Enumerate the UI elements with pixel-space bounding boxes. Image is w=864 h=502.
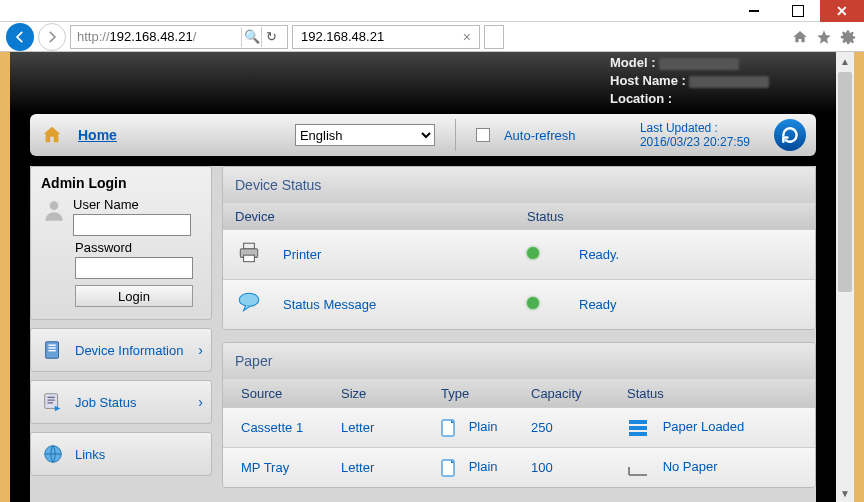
browser-toolbar: http://192.168.48.21/ 🔍 ↻ 192.168.48.21 … — [0, 22, 864, 52]
paper-row: Cassette 1 Letter Plain 250 Paper Loaded — [223, 407, 815, 447]
settings-gear-icon[interactable] — [838, 27, 858, 47]
new-tab-button[interactable] — [484, 25, 504, 49]
url-suffix: / — [193, 29, 197, 44]
device-status-title: Device Status — [223, 167, 815, 203]
password-label: Password — [75, 240, 201, 255]
window-close-button[interactable] — [820, 0, 864, 22]
browser-forward-button[interactable] — [38, 23, 66, 51]
paper-type-icon — [441, 419, 457, 437]
admin-login-panel: Admin Login User Name Password — [30, 166, 212, 320]
autorefresh-checkbox[interactable] — [476, 128, 490, 142]
window-minimize-button[interactable] — [732, 0, 776, 22]
printer-icon — [235, 240, 283, 269]
left-gutter — [0, 52, 10, 502]
home-icon — [40, 123, 64, 147]
paper-source: Cassette 1 — [241, 420, 341, 435]
url-prefix: http:// — [77, 29, 110, 44]
svg-rect-14 — [629, 426, 647, 430]
svg-rect-13 — [629, 420, 647, 424]
device-name-link[interactable]: Status Message — [283, 297, 527, 312]
last-updated-value: 2016/03/23 20:27:59 — [640, 135, 750, 149]
message-icon — [235, 290, 283, 319]
sidebar-item-job-status[interactable]: Job Status › — [30, 380, 212, 424]
col-size: Size — [341, 386, 441, 401]
paper-status: No Paper — [663, 459, 718, 474]
sidebar-item-label: Device Information — [75, 343, 183, 358]
hostname-value-blurred — [689, 76, 769, 88]
password-input[interactable] — [75, 257, 193, 279]
scroll-thumb[interactable] — [838, 72, 852, 292]
login-button[interactable]: Login — [75, 285, 193, 307]
tab-close-icon[interactable]: × — [463, 29, 471, 45]
svg-rect-9 — [244, 243, 255, 248]
device-status-text: Ready — [579, 297, 617, 312]
device-status-section: Device Status Device Status Printer Read… — [222, 166, 816, 330]
username-input[interactable] — [73, 214, 191, 236]
svg-rect-3 — [48, 345, 55, 346]
paper-type-icon — [441, 459, 457, 477]
main-column: Device Status Device Status Printer Read… — [222, 166, 816, 502]
no-paper-icon — [627, 457, 649, 479]
paper-row: MP Tray Letter Plain 100 No Paper — [223, 447, 815, 487]
address-bar[interactable]: http://192.168.48.21/ 🔍 ↻ — [70, 25, 288, 49]
username-label: User Name — [73, 197, 191, 212]
col-capacity: Capacity — [531, 386, 627, 401]
device-status-header-row: Device Status — [223, 203, 815, 229]
document-icon — [39, 338, 67, 362]
paper-header-row: Source Size Type Capacity Status — [223, 379, 815, 407]
paper-status: Paper Loaded — [663, 419, 745, 434]
refresh-button[interactable] — [774, 119, 806, 151]
page-content: Model : Host Name : Location : Home Engl… — [10, 52, 836, 502]
chevron-right-icon: › — [198, 394, 203, 410]
paper-capacity: 100 — [531, 460, 627, 475]
col-type: Type — [441, 386, 531, 401]
sidebar-item-device-information[interactable]: Device Information › — [30, 328, 212, 372]
scroll-up-arrow[interactable]: ▲ — [836, 52, 854, 70]
vertical-scrollbar[interactable]: ▲ ▼ — [836, 52, 854, 502]
location-label: Location : — [610, 91, 672, 106]
autorefresh-label: Auto-refresh — [504, 128, 576, 143]
paper-size: Letter — [341, 420, 441, 435]
svg-point-11 — [239, 293, 259, 306]
svg-rect-5 — [48, 350, 55, 351]
chevron-right-icon: › — [198, 342, 203, 358]
device-name-link[interactable]: Printer — [283, 247, 527, 262]
browser-tab[interactable]: 192.168.48.21 × — [292, 25, 480, 49]
scroll-down-arrow[interactable]: ▼ — [836, 484, 854, 502]
page-toolbar: Home English Auto-refresh Last Updated :… — [30, 114, 816, 156]
device-status-text: Ready. — [579, 247, 619, 262]
url-host: 192.168.48.21 — [110, 29, 193, 44]
search-icon[interactable]: 🔍 — [241, 27, 261, 47]
favorites-icon[interactable] — [814, 27, 834, 47]
status-indicator-green — [527, 247, 539, 259]
status-indicator-green — [527, 297, 539, 309]
user-avatar-icon — [41, 197, 67, 223]
job-status-icon — [39, 390, 67, 414]
paper-source: MP Tray — [241, 460, 341, 475]
device-header: Model : Host Name : Location : — [10, 52, 836, 114]
browser-back-button[interactable] — [6, 23, 34, 51]
refresh-icon[interactable]: ↻ — [261, 27, 281, 47]
model-label: Model : — [610, 55, 656, 70]
paper-type: Plain — [469, 419, 498, 434]
paper-size: Letter — [341, 460, 441, 475]
right-gutter — [854, 52, 864, 502]
svg-rect-10 — [244, 255, 255, 261]
sidebar: Admin Login User Name Password — [30, 166, 212, 502]
col-device: Device — [235, 209, 527, 224]
svg-point-1 — [50, 201, 59, 210]
last-updated-label: Last Updated : — [640, 121, 750, 135]
svg-rect-4 — [48, 347, 55, 348]
svg-rect-15 — [629, 432, 647, 436]
model-value-blurred — [659, 58, 739, 70]
window-maximize-button[interactable] — [776, 0, 820, 22]
language-select[interactable]: English — [295, 124, 435, 146]
home-icon[interactable] — [790, 27, 810, 47]
paper-capacity: 250 — [531, 420, 627, 435]
admin-login-title: Admin Login — [41, 175, 201, 191]
paper-title: Paper — [223, 343, 815, 379]
col-status: Status — [627, 386, 797, 401]
sidebar-item-links[interactable]: Links — [30, 432, 212, 476]
home-link[interactable]: Home — [78, 127, 117, 143]
tab-title-text: 192.168.48.21 — [301, 29, 384, 44]
